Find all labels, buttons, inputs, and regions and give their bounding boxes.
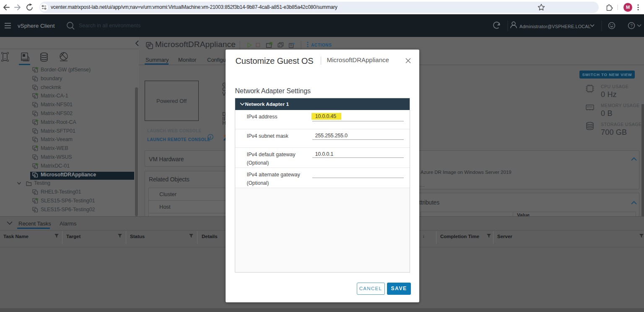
svg-text:ACTIONS: ACTIONS	[311, 43, 332, 47]
svg-text:i: i	[210, 134, 211, 139]
svg-text:?: ?	[630, 24, 633, 28]
